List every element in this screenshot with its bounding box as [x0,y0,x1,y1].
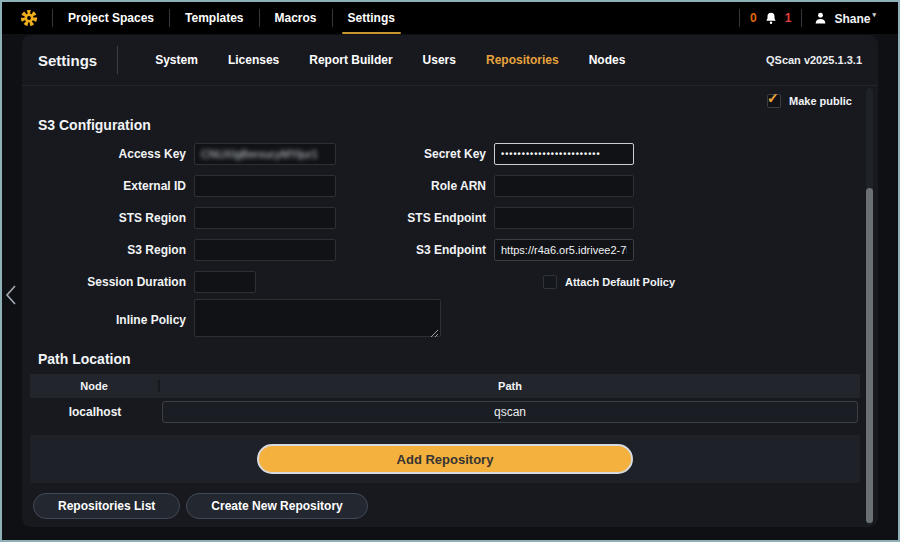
node-cell: localhost [30,405,160,419]
resize-handle-icon[interactable] [430,329,439,338]
scrollbar-thumb[interactable] [866,188,873,523]
app-window: { "topbar": { "nav": ["Project Spaces", … [0,0,900,542]
path-input[interactable] [162,401,858,423]
s3-endpoint-label: S3 Endpoint [336,243,486,257]
create-new-repository-button[interactable]: Create New Repository [186,493,367,519]
notification-area[interactable]: 0 1 [740,11,801,26]
make-public-row: Make public [38,93,852,109]
notification-count-red: 1 [785,11,792,25]
make-public-checkbox[interactable] [767,94,781,108]
panel-body: Make public S3 Configuration Access Key … [22,86,878,519]
user-icon [814,11,827,25]
attach-default-policy-checkbox[interactable] [543,275,557,289]
sts-endpoint-input[interactable] [494,207,634,229]
column-header-path: Path [160,380,860,392]
notification-count-orange: 0 [750,11,757,25]
top-navigation-bar: Project Spaces Templates Macros Settings… [2,2,898,34]
chevron-left-icon [5,284,17,306]
tab-system[interactable]: System [140,35,213,85]
external-id-label: External ID [38,179,186,193]
sts-region-label: STS Region [38,211,186,225]
user-name: Shane [834,11,876,26]
tab-repositories[interactable]: Repositories [471,35,574,85]
column-header-node: Node [30,380,160,392]
add-repository-button[interactable]: Add Repository [257,444,633,474]
nav-item-project-spaces[interactable]: Project Spaces [53,2,169,34]
nav-item-settings[interactable]: Settings [333,2,410,34]
s3-region-label: S3 Region [38,243,186,257]
session-duration-label: Session Duration [38,275,186,289]
nav-item-templates[interactable]: Templates [170,2,258,34]
nav-item-macros[interactable]: Macros [260,2,332,34]
path-location-table: Node Path localhost [30,374,860,426]
divider [117,46,118,74]
form-row: Access Key CNUXIgBerxucyMYijur1 Secret K… [38,143,852,165]
main-area: Settings System Licenses Report Builder … [2,34,898,540]
session-duration-input[interactable] [194,271,256,293]
form-row: Inline Policy [38,299,852,341]
tab-nodes[interactable]: Nodes [574,35,641,85]
role-arn-input[interactable] [494,175,634,197]
external-id-input[interactable] [194,175,336,197]
attach-default-policy-row: Attach Default Policy [543,275,675,289]
panel-header: Settings System Licenses Report Builder … [22,35,878,86]
action-band: Add Repository [30,435,860,483]
form-row: Session Duration Attach Default Policy [38,271,852,293]
inline-policy-label: Inline Policy [38,313,186,327]
inline-policy-textarea[interactable] [194,299,441,337]
secret-key-label: Secret Key [336,147,486,161]
bell-icon[interactable] [764,11,778,26]
tab-report-builder[interactable]: Report Builder [294,35,407,85]
s3-endpoint-input[interactable] [494,239,634,261]
s3-configuration-heading: S3 Configuration [38,117,852,133]
form-row: S3 Region S3 Endpoint [38,239,852,261]
settings-panel: Settings System Licenses Report Builder … [22,35,878,527]
gear-icon [20,9,38,27]
access-key-value: CNUXIgBerxucyMYijur1 [201,148,318,160]
tab-licenses[interactable]: Licenses [213,35,294,85]
secret-key-input[interactable] [494,143,634,165]
bottom-button-row: Repositories List Create New Repository [33,493,852,519]
attach-default-policy-label: Attach Default Policy [565,276,675,288]
user-menu[interactable]: Shane [802,11,898,26]
app-logo[interactable] [2,9,52,27]
access-key-input[interactable]: CNUXIgBerxucyMYijur1 [194,143,336,165]
make-public-label: Make public [789,95,852,107]
collapse-chevron-button[interactable] [5,284,17,310]
table-row: localhost [30,398,860,426]
form-row: STS Region STS Endpoint [38,207,852,229]
page-title: Settings [38,52,97,69]
path-location-heading: Path Location [38,351,852,367]
role-arn-label: Role ARN [336,179,486,193]
repositories-list-button[interactable]: Repositories List [33,493,180,519]
form-row: External ID Role ARN [38,175,852,197]
access-key-label: Access Key [38,147,186,161]
table-header-row: Node Path [30,374,860,398]
sts-endpoint-label: STS Endpoint [336,211,486,225]
path-cell [160,401,860,423]
inline-policy-wrapper [194,299,441,341]
scrollbar-track[interactable] [866,88,873,525]
sts-region-input[interactable] [194,207,336,229]
tab-users[interactable]: Users [408,35,471,85]
s3-region-input[interactable] [194,239,336,261]
app-version: QScan v2025.1.3.1 [640,54,862,66]
